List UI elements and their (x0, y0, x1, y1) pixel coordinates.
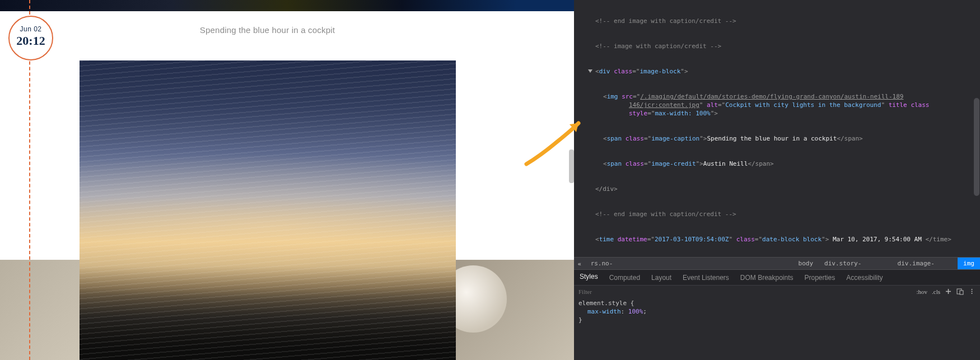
cockpit-image-strip (0, 0, 574, 11)
svg-point-3 (972, 291, 973, 292)
styles-body[interactable]: element.style { max-width: 100%; } (574, 297, 980, 360)
close-div-1[interactable]: </div> (595, 185, 980, 193)
svg-point-4 (972, 293, 973, 294)
tab-properties[interactable]: Properties (799, 270, 841, 286)
page-root: Jun 02 20:12 Spending the blue hour in a… (0, 0, 980, 360)
crumb-story-content[interactable]: div.story-content (819, 258, 892, 270)
tab-dom-breakpoints[interactable]: DOM Breakpoints (735, 270, 799, 286)
content-scrollbar-thumb[interactable] (569, 149, 574, 183)
crumb-img[interactable]: img (958, 258, 980, 270)
tab-accessibility[interactable]: Accessibility (841, 270, 888, 286)
devtools-scrollbar-thumb[interactable] (974, 98, 979, 196)
crumb-image-block[interactable]: div.image-block (892, 258, 958, 270)
img-node-1[interactable]: <img src="/.imaging/default/dam/stories-… (603, 92, 980, 118)
style-prop-max-width[interactable]: max-width: 100%; (587, 307, 976, 316)
tab-styles[interactable]: Styles (574, 269, 604, 286)
filter-input[interactable] (574, 286, 916, 297)
device-toolbar-icon[interactable] (956, 288, 964, 295)
devtools-panel: <!-- end image with caption/credit --> <… (574, 0, 980, 360)
tab-event-listeners[interactable]: Event Listeners (677, 270, 735, 286)
date-badge-time: 20:12 (10, 34, 52, 48)
svg-rect-1 (960, 291, 963, 294)
style-close-brace: } (578, 316, 976, 324)
breadcrumb: « rs.no-applicationcache.svg.inlinesvg.s… (574, 257, 980, 270)
crumb-html[interactable]: rs.no-applicationcache.svg.inlinesvg.smi… (585, 258, 793, 270)
tab-computed[interactable]: Computed (604, 270, 646, 286)
sky-image[interactable] (80, 60, 456, 360)
date-badge: Jun 02 20:12 (8, 16, 53, 60)
ellipsis-icon[interactable]: ⋯ (574, 121, 578, 129)
devtools-scrollbar[interactable] (974, 0, 979, 255)
content-pane: Jun 02 20:12 Spending the blue hour in a… (0, 0, 574, 360)
hov-toggle[interactable]: :hov (916, 288, 927, 295)
comment-end-2: <!-- end image with caption/credit --> (595, 211, 736, 218)
image-block-1[interactable]: <div class="image-block"> (595, 67, 980, 76)
time-node-1[interactable]: <time datetime="2017-03-10T09:54:00Z" cl… (595, 235, 980, 244)
cls-toggle[interactable]: .cls (932, 288, 940, 295)
image-caption: Spending the blue hour in a cockpit (0, 25, 535, 35)
tab-layout[interactable]: Layout (646, 270, 677, 286)
styles-tabs: Styles Computed Layout Event Listeners D… (574, 269, 980, 286)
crumb-body[interactable]: body (793, 258, 819, 270)
filter-row: :hov .cls (574, 285, 980, 297)
more-icon[interactable] (968, 288, 976, 295)
element-style-selector: element.style { (578, 299, 976, 307)
svg-point-2 (972, 289, 973, 290)
comment-start-1: <!-- image with caption/credit --> (595, 43, 721, 50)
breadcrumb-chevron-left-icon[interactable]: « (574, 260, 585, 268)
comment-end-1: <!-- end image with caption/credit --> (595, 17, 736, 25)
new-style-rule-icon[interactable] (945, 288, 952, 295)
dom-tree[interactable]: <!-- end image with caption/credit --> <… (580, 0, 980, 257)
credit-span-1[interactable]: <span class="image-credit">Austin Neill<… (603, 160, 980, 168)
caption-span-1[interactable]: <span class="image-caption">Spending the… (603, 134, 980, 143)
